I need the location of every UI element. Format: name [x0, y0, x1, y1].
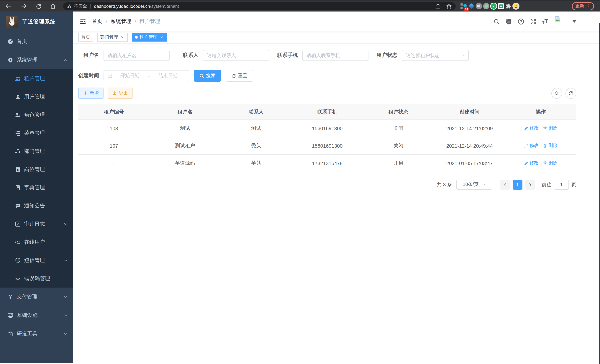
- back-icon[interactable]: [4, 2, 13, 10]
- next-page-button[interactable]: [525, 180, 535, 189]
- sidebar-item-post[interactable]: 岗位管理: [0, 160, 73, 178]
- create-time-range-picker[interactable]: 开始日期 - 结束日期: [103, 70, 189, 81]
- share-icon[interactable]: [435, 3, 441, 9]
- profile-avatar-icon[interactable]: [512, 2, 519, 10]
- breadcrumb-system[interactable]: 系统管理: [111, 18, 131, 25]
- forward-icon[interactable]: [19, 2, 28, 10]
- current-page-button[interactable]: 1: [513, 180, 523, 189]
- tag-close-icon[interactable]: ×: [120, 35, 125, 39]
- cell-actions: 修改删除: [505, 155, 576, 172]
- sidebar-item-user[interactable]: 用户管理: [0, 88, 73, 106]
- tag-home[interactable]: 首页: [78, 33, 93, 42]
- fullscreen-icon[interactable]: [530, 18, 536, 25]
- cell-tenant-name: 测试租户: [149, 137, 220, 155]
- edit-link[interactable]: 修改: [524, 160, 538, 166]
- tag-label: 部门管理: [100, 34, 118, 40]
- sidebar-collapse-icon[interactable]: [80, 18, 86, 25]
- extensions-bar: 10 ⌘ Y: [460, 2, 519, 10]
- search-button[interactable]: 搜索: [194, 70, 221, 82]
- sidebar-item-dept[interactable]: 部门管理: [0, 142, 73, 160]
- chat-extension-icon[interactable]: [497, 2, 505, 10]
- breadcrumb-home[interactable]: 首页: [92, 18, 103, 25]
- bookmark-star-icon[interactable]: [446, 3, 452, 9]
- chevron-left-icon: [503, 182, 507, 187]
- sidebar-item-menu[interactable]: 菜单管理: [0, 124, 73, 142]
- mobile-input[interactable]: [302, 50, 368, 61]
- user-avatar[interactable]: [554, 15, 567, 28]
- recorder-extension-icon[interactable]: [482, 2, 490, 10]
- status-select[interactable]: [402, 50, 469, 61]
- sidebar-item-error-code[interactable]: </> 错误码管理: [0, 269, 73, 288]
- header-search-icon[interactable]: [493, 18, 500, 25]
- goto-label: 前往: [542, 181, 551, 188]
- sidebar-item-tenant[interactable]: 租户管理: [0, 69, 73, 88]
- column-header: 创建时间: [434, 104, 505, 120]
- help-icon[interactable]: ?: [518, 18, 524, 25]
- command-extension-icon[interactable]: ⌘: [475, 2, 482, 10]
- breadcrumb: 首页 / 系统管理 / 租户管理: [92, 18, 160, 25]
- export-button[interactable]: 导出: [108, 88, 133, 99]
- svg-text:</>: </>: [15, 277, 20, 280]
- column-header: 联系手机: [292, 104, 363, 120]
- tag-tenant[interactable]: 租户管理 ×: [132, 33, 167, 42]
- sidebar-item-dict[interactable]: 字典管理: [0, 178, 73, 197]
- github-icon[interactable]: [505, 18, 512, 25]
- extension-collection-icon[interactable]: 10: [460, 2, 468, 10]
- puzzle-extensions-icon[interactable]: [505, 2, 512, 10]
- dashboard-icon: [7, 38, 13, 45]
- tag-dept[interactable]: 部门管理 ×: [97, 33, 128, 42]
- edit-link[interactable]: 修改: [524, 125, 538, 131]
- toggle-search-button[interactable]: [551, 88, 562, 99]
- delete-link[interactable]: 删除: [543, 160, 557, 166]
- sidebar-item-infrastructure[interactable]: 基础设施: [0, 306, 73, 325]
- add-button-label: 新增: [89, 90, 99, 96]
- search-form-row-2: 创建时间 开始日期 - 结束日期 搜索 重置: [78, 70, 576, 82]
- page-size-select[interactable]: 10条/页: [456, 180, 492, 190]
- edit-link[interactable]: 修改: [524, 143, 538, 149]
- yudao-extension-icon[interactable]: Y: [490, 2, 497, 10]
- prev-page-button[interactable]: [500, 180, 510, 189]
- sidebar-item-system[interactable]: 系统管理: [0, 51, 73, 69]
- browser-update-button[interactable]: 更新 ⋮: [572, 2, 594, 10]
- system-submenu: 租户管理 用户管理 角色管理 菜单管理: [0, 69, 73, 288]
- calendar-icon: [107, 73, 112, 78]
- tag-label: 首页: [81, 34, 90, 40]
- cell-contact: 测试: [221, 120, 292, 137]
- balloon-extension-icon[interactable]: [468, 2, 475, 10]
- app-logo-row[interactable]: 芋道管理系统: [0, 11, 73, 32]
- sidebar-item-home[interactable]: 首页: [0, 32, 73, 51]
- y-logo-glyph: Y: [492, 4, 495, 8]
- tenant-name-input[interactable]: [103, 50, 169, 61]
- sidebar-item-notice[interactable]: 通知公告: [0, 197, 73, 215]
- tenant-users-icon: [15, 75, 21, 82]
- sidebar-item-devtools[interactable]: 研发工具: [0, 325, 73, 343]
- start-date-placeholder: 开始日期: [112, 72, 148, 79]
- reset-button[interactable]: 重置: [225, 70, 253, 82]
- home-icon[interactable]: [48, 2, 57, 10]
- date-range-separator: -: [148, 73, 151, 78]
- toolbar-right: [551, 88, 576, 99]
- delete-link[interactable]: 删除: [543, 125, 557, 131]
- sidebar-item-sms[interactable]: 短信管理: [0, 251, 73, 269]
- sidebar-item-pay[interactable]: ¥ 支付管理: [0, 288, 73, 306]
- font-size-icon[interactable]: TT: [542, 19, 548, 25]
- contact-input[interactable]: [203, 50, 269, 61]
- column-header: 联系人: [221, 104, 292, 120]
- sidebar-item-online-user[interactable]: 在线用户: [0, 233, 73, 251]
- devtools-toolbox-icon: [7, 331, 13, 337]
- cell-actions: 修改删除: [505, 120, 576, 137]
- tag-close-icon[interactable]: ×: [159, 35, 164, 39]
- sidebar-item-role[interactable]: 角色管理: [0, 106, 73, 124]
- sidebar-item-label: 租户管理: [24, 75, 45, 82]
- delete-link[interactable]: 删除: [543, 143, 557, 149]
- url-bar[interactable]: 不安全 dashboard.yudao.iocoder.cn/system/te…: [63, 2, 456, 10]
- goto-page-input[interactable]: [554, 180, 569, 190]
- add-button[interactable]: 新增: [78, 88, 103, 99]
- reload-icon[interactable]: [34, 2, 43, 10]
- gear-icon: [7, 57, 13, 63]
- avatar-dropdown-caret-icon[interactable]: [572, 20, 576, 23]
- refresh-table-button[interactable]: [565, 88, 576, 99]
- sidebar: 芋道管理系统 首页 系统管理 租户管理: [0, 11, 73, 363]
- sidebar-item-audit-log[interactable]: 审计日志: [0, 215, 73, 233]
- browser-menu-dots-icon[interactable]: ⋮: [586, 3, 591, 9]
